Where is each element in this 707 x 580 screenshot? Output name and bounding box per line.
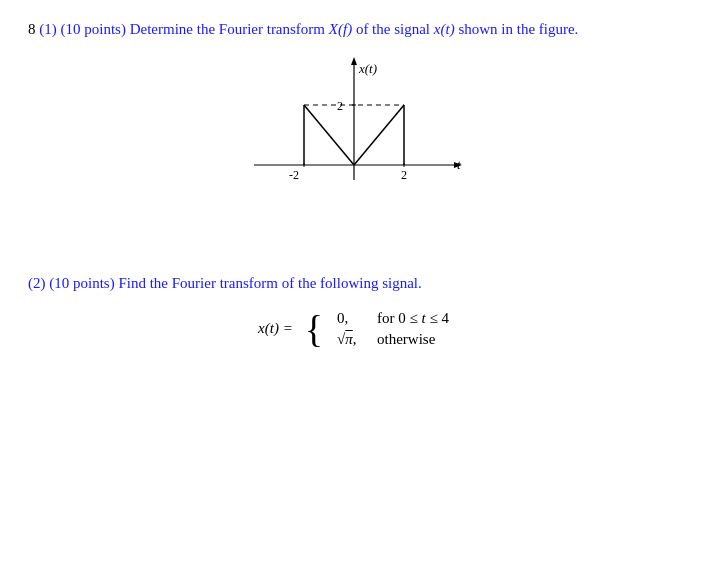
xt-expression: x(t)	[434, 21, 455, 37]
part2-points: (10 points)	[49, 275, 118, 291]
case1-cond: for 0 ≤ t ≤ 4	[377, 310, 449, 327]
part1-text-end: shown in the figure.	[458, 21, 578, 37]
case2-val: √π,	[337, 331, 367, 348]
question-header: 8 (1) (10 points) Determine the Fourier …	[28, 18, 679, 41]
svg-marker-3	[351, 57, 357, 65]
part2-label: (2)	[28, 275, 49, 291]
part1-points: (10 points)	[61, 21, 130, 37]
case-row-1: 0, for 0 ≤ t ≤ 4	[337, 310, 449, 327]
part2-section: (2) (10 points) Find the Fourier transfo…	[28, 275, 679, 348]
svg-text:t: t	[457, 157, 461, 172]
signal-graph: x(t) t -2 2 2	[244, 55, 464, 215]
case-row-2: √π, otherwise	[337, 331, 449, 348]
piecewise-cases: 0, for 0 ≤ t ≤ 4 √π, otherwise	[337, 310, 449, 348]
svg-text:x(t): x(t)	[358, 61, 377, 76]
question-number: 8	[28, 21, 36, 37]
part1-text-start: Determine the Fourier transform	[130, 21, 329, 37]
svg-line-11	[304, 105, 354, 165]
case2-cond: otherwise	[377, 331, 435, 348]
piecewise-lhs: x(t) =	[258, 320, 293, 337]
Xf-expression: X(f)	[329, 21, 352, 37]
piecewise-brace: {	[305, 310, 323, 348]
part1-label: (1)	[39, 21, 60, 37]
part2-text: Find the Fourier transform of the follow…	[118, 275, 421, 291]
graph-container: x(t) t -2 2 2	[224, 55, 484, 215]
svg-text:2: 2	[401, 168, 407, 182]
svg-line-12	[354, 105, 404, 165]
piecewise-container: x(t) = { 0, for 0 ≤ t ≤ 4 √π, otherwise	[28, 310, 679, 348]
svg-text:2: 2	[337, 99, 343, 113]
svg-text:-2: -2	[289, 168, 299, 182]
part1-text-mid: of the signal	[356, 21, 434, 37]
case1-val: 0,	[337, 310, 367, 327]
part2-header: (2) (10 points) Find the Fourier transfo…	[28, 275, 679, 292]
